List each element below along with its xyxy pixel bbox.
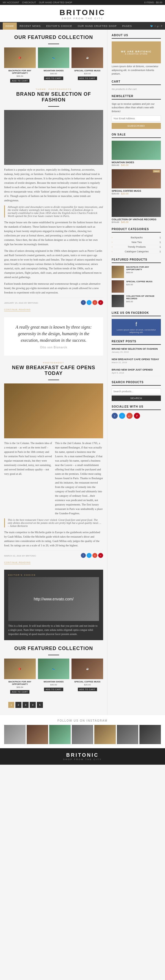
share-pi[interactable]: p (98, 300, 103, 305)
nav-home[interactable]: HOME (3, 22, 17, 30)
featured-product-1: BACKPACK FOR ANY OPPORTUNITY $68.64 (112, 266, 161, 278)
social-fb-icon[interactable]: f (155, 25, 155, 27)
add-to-cart-6[interactable]: ADD TO CART (78, 687, 97, 691)
social-gp-icon[interactable]: g+ (157, 25, 160, 27)
site-subtitle: SHOP FROM THE CITY (0, 17, 165, 20)
newsletter-input[interactable] (112, 116, 161, 121)
product-price-5: $40.00 (38, 684, 70, 686)
instagram-grid (4, 725, 161, 744)
my-account-link[interactable]: MY ACCOUNT (3, 1, 19, 4)
social-pi-icon[interactable]: P (161, 25, 162, 27)
product-price-2: $40.00 (38, 72, 70, 75)
instagram-item-6[interactable] (117, 725, 138, 744)
fashion-read-more[interactable]: CONTINUE READING (4, 308, 30, 311)
breakfast-article: PHOTOSHOOT NEW BREAKFAST CAFE OPENS TODA… (4, 361, 103, 564)
social-gp[interactable]: g+ (127, 413, 133, 419)
add-to-cart-1[interactable]: ADD TO CART (10, 79, 29, 83)
page-1[interactable]: 1 (8, 702, 14, 708)
instagram-item-4[interactable] (72, 725, 93, 744)
share-tw-2[interactable]: t (87, 553, 91, 558)
share-tw[interactable]: t (87, 300, 91, 305)
breakfast-tag: PHOTOSHOOT (4, 361, 103, 364)
editors-text: This is a link post. It will lead direct… (8, 624, 99, 636)
product-name-2: MOUNTAIN SHOES (38, 69, 70, 72)
editors-url[interactable]: http://www.envato.com/ (34, 597, 74, 601)
rp-date-3: April 5, 2016 (112, 372, 161, 374)
social-tw-icon[interactable]: 🐦 (150, 25, 153, 27)
social-pi[interactable]: P (134, 413, 140, 419)
instagram-item-2[interactable] (27, 725, 48, 744)
nav-social: 🐦 f g+ P (150, 25, 162, 27)
brand-logo: WE ARE BRITONIC A CREATIVE STORE (121, 41, 152, 64)
search-input[interactable] (112, 388, 161, 395)
fp-price-1: $68.64 (126, 271, 161, 274)
nav-recent[interactable]: RECENT NEWS (17, 22, 43, 30)
fb-title: LIKE US ON FACEBOOK (112, 311, 161, 316)
share-gp-2[interactable]: g (92, 553, 97, 558)
footer-title: BRITONIC (4, 752, 161, 758)
featured-product-img-3 (112, 295, 124, 307)
product-price-6: $20.00 (72, 684, 103, 686)
share-fb-2[interactable]: f (81, 553, 86, 558)
footer-subtitle: SHOP FROM THE CITY (4, 758, 161, 760)
category-catalogue[interactable]: Catalogue Categories1 (112, 249, 161, 254)
breakfast-read-more[interactable]: CONTINUE READING (4, 561, 30, 564)
about-brand: WE ARE BRITONIC (121, 50, 152, 53)
shop-link[interactable]: OUR HAND CRAFTED SHOP (39, 1, 72, 4)
rp-date-2: March 22, 2016 (112, 361, 161, 364)
newsletter-submit[interactable]: SUBSCRIBE! (112, 123, 161, 129)
about-title: ABOUT US (112, 34, 161, 39)
nav-pages[interactable]: PAGES (119, 22, 135, 30)
page-5[interactable]: 5 (37, 702, 43, 708)
rp-title-3[interactable]: BRAND NEW SHOP JUST OPENED (112, 368, 161, 371)
newsletter-text: Sign up to receive updates and join our … (112, 102, 161, 113)
fashion-article-footer: JANUARY 15, 2016 BY BRITONIC f t g p (4, 298, 103, 305)
instagram-item-5[interactable] (95, 725, 116, 744)
add-to-cart-2[interactable]: ADD TO CART (44, 76, 63, 80)
instagram-item-3[interactable] (49, 725, 70, 744)
category-backpacks[interactable]: Backpacks1 (112, 235, 161, 240)
add-to-cart-4[interactable]: ADD TO CART (10, 690, 29, 694)
fashion-shares: f t g p (81, 300, 103, 305)
add-to-cart-3[interactable]: ADD TO CART (78, 76, 97, 80)
page-2[interactable]: 2 (15, 702, 21, 708)
product-grid: 🎒 BACKPACK FOR ANY OPPORTUNITY $68.64 AD… (4, 48, 103, 83)
fashion-date: JANUARY 15, 2016 BY BRITONIC (4, 301, 38, 305)
social-fb[interactable]: f (112, 413, 118, 419)
nav-shop[interactable]: OUR HAND CRAFTED SHOP (75, 22, 119, 30)
main-nav: HOME RECENT NEWS EDITOR'S CHOICE OUR HAN… (0, 22, 165, 30)
on-sale-name-2: SPECIAL COFFEE MUGS (112, 189, 161, 192)
featured-product-2: SPECIAL COFFEE MUGS $20.00 (112, 280, 161, 293)
category-trendy[interactable]: Trendy Products1 (112, 245, 161, 249)
add-to-cart-5[interactable]: ADD TO CART (44, 687, 63, 691)
instagram-item-7[interactable] (139, 725, 161, 744)
nav-editors[interactable]: EDITOR'S CHOICE (43, 22, 75, 30)
on-sale-price-1: $65.00 $40.00 (112, 164, 161, 167)
rp-title-2[interactable]: NEW BREAKFAST CAFE OPENS TODAY (112, 358, 161, 361)
recent-title: RECENT POSTS (112, 340, 161, 345)
page-3[interactable]: 3 (22, 702, 29, 708)
share-fb[interactable]: f (81, 300, 86, 305)
featured-product-info-2: SPECIAL COFFEE MUGS $20.00 (126, 280, 161, 286)
product-card-5: 👟 MOUNTAIN SHOES $40.00 ADD TO CART (38, 659, 70, 694)
checkout-link[interactable]: CHECKOUT (22, 1, 36, 4)
product-name-3: SPECIAL COFFEE MUGS (72, 69, 103, 72)
instagram-item-1[interactable] (4, 725, 26, 744)
social-tw[interactable]: t (119, 413, 125, 419)
share-pi-2[interactable]: p (98, 553, 103, 558)
fashion-quote: The idea of unisex dressing originated i… (4, 249, 103, 280)
share-gp[interactable]: g (92, 300, 97, 305)
rp-title-1[interactable]: BRAND NEW SELECTION OF FASHION (112, 347, 161, 350)
featured-product-info-1: BACKPACK FOR ANY OPPORTUNITY $68.64 (126, 266, 161, 274)
fb-like-box[interactable]: f Lorem ipsum dolor sit amet, consectetu… (112, 319, 161, 336)
breakfast-quote: This is the best restaurant I have ever … (8, 519, 103, 527)
fb-text: Lorem ipsum dolor sit amet, consectetur … (114, 329, 159, 334)
cart-total: 0 ITEMS - $0.00 (144, 1, 162, 4)
top-bar-links[interactable]: MY ACCOUNT CHECKOUT OUR HAND CRAFTED SHO… (3, 1, 74, 4)
search-button[interactable]: SEARCH (112, 396, 161, 401)
product-img-1: 🎒 (4, 48, 36, 68)
featured-collection-1: OUR FEATURED COLLECTION 🎒 BACKPACK FOR A… (4, 35, 103, 83)
page-4[interactable]: 4 (30, 702, 36, 708)
fp-name-3: COLLECTION OF VINTAGE RECORDS (126, 295, 161, 300)
category-ties[interactable]: New Ties1 (112, 240, 161, 245)
